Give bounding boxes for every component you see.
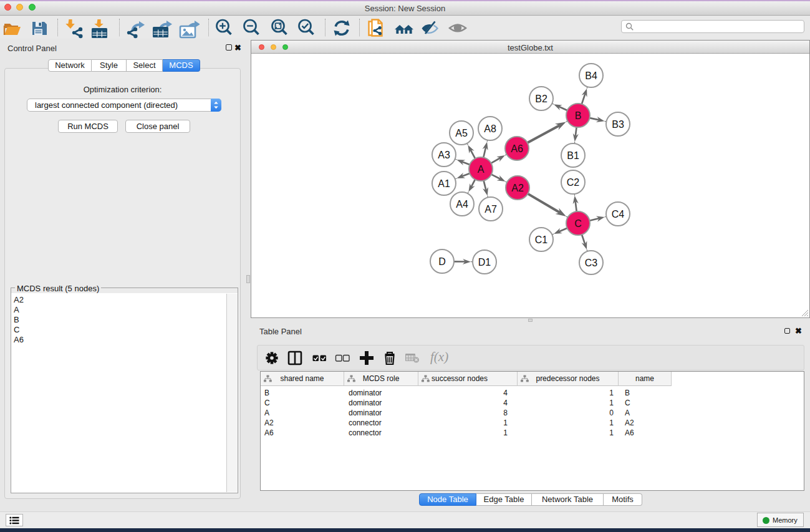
svg-text:A6: A6 [511,143,523,154]
svg-text:B1: B1 [567,150,579,161]
svg-text:C: C [574,218,582,229]
svg-text:C4: C4 [612,209,625,220]
svg-text:B: B [575,110,582,121]
svg-text:C2: C2 [567,177,580,188]
svg-text:A8: A8 [484,123,496,134]
svg-text:A5: A5 [455,128,468,138]
svg-text:A3: A3 [438,150,450,160]
svg-text:A7: A7 [485,204,497,215]
svg-text:B2: B2 [535,94,547,104]
svg-text:B3: B3 [612,119,624,130]
svg-text:A2: A2 [511,183,524,193]
svg-text:D1: D1 [478,257,491,268]
svg-text:C3: C3 [585,258,598,268]
svg-text:A1: A1 [438,178,450,189]
svg-text:B4: B4 [585,70,597,81]
svg-text:A: A [478,164,485,175]
svg-text:D: D [438,256,446,267]
svg-text:A4: A4 [456,199,468,210]
svg-text:C1: C1 [535,235,548,245]
